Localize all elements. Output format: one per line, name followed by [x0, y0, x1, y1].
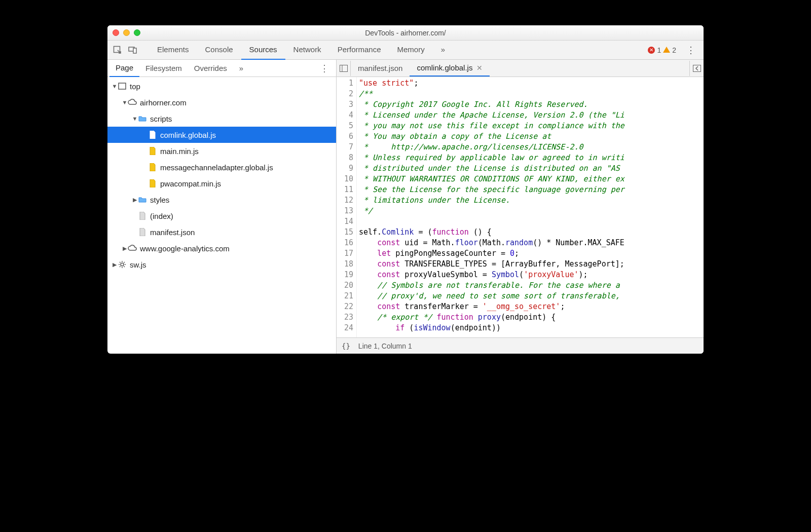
tree-item[interactable]: styles — [107, 192, 336, 208]
tree-item[interactable]: main.min.js — [107, 143, 336, 159]
sidebar-tab-page[interactable]: Page — [109, 59, 139, 77]
titlebar: DevTools - airhorner.com/ — [107, 25, 704, 41]
cloud-icon — [128, 98, 137, 107]
gear-icon — [118, 260, 127, 269]
tree-item[interactable]: manifest.json — [107, 224, 336, 240]
tab-memory[interactable]: Memory — [389, 40, 433, 60]
main-toolbar: ElementsConsoleSourcesNetworkPerformance… — [107, 41, 704, 60]
tree-item-label: manifest.json — [150, 228, 195, 237]
frame-icon — [118, 82, 127, 91]
doc-icon — [138, 211, 147, 220]
warning-count: 2 — [672, 46, 676, 54]
js-yellow-icon — [148, 179, 157, 188]
editor-tab[interactable]: comlink.global.js✕ — [410, 60, 490, 77]
toggle-navigator-icon[interactable] — [337, 61, 351, 76]
tab-performance[interactable]: Performance — [329, 40, 389, 60]
tree-item-label: www.google-analytics.com — [140, 244, 230, 253]
tree-item[interactable]: www.google-analytics.com — [107, 240, 336, 256]
tree-item-label: styles — [150, 196, 169, 204]
editor-tabs: manifest.jsoncomlink.global.js✕ — [337, 60, 704, 77]
sidebar-tab-filesystem[interactable]: Filesystem — [139, 60, 188, 77]
close-tab-icon[interactable]: ✕ — [476, 64, 483, 72]
editor-tab[interactable]: manifest.json — [351, 60, 410, 77]
expand-arrow-icon[interactable] — [112, 261, 118, 268]
code-editor[interactable]: 123456789101112131415161718192021222324 … — [337, 77, 704, 337]
svg-point-4 — [121, 263, 124, 266]
tree-item-label: sw.js — [130, 260, 146, 269]
tree-item-label: comlink.global.js — [160, 131, 216, 139]
expand-arrow-icon[interactable] — [132, 197, 138, 203]
sidebar-tabs-overflow-icon[interactable]: » — [233, 60, 249, 77]
js-file-icon — [148, 130, 157, 139]
pretty-print-button[interactable]: {} — [342, 342, 350, 350]
expand-arrow-icon[interactable] — [122, 99, 128, 105]
js-yellow-icon — [148, 146, 157, 156]
expand-arrow-icon[interactable] — [122, 245, 128, 252]
cursor-position: Line 1, Column 1 — [358, 342, 412, 350]
tree-item[interactable]: scripts — [107, 110, 336, 127]
tree-item-label: main.min.js — [160, 147, 199, 156]
tree-item[interactable]: (index) — [107, 208, 336, 224]
tab-network[interactable]: Network — [285, 40, 329, 60]
sidebar-tab-overrides[interactable]: Overrides — [188, 60, 233, 77]
toggle-debugger-icon[interactable] — [689, 61, 704, 76]
tree-item-label: (index) — [150, 212, 173, 220]
svg-rect-5 — [340, 65, 347, 71]
tree-item-label: airhorner.com — [140, 98, 187, 107]
tab-console[interactable]: Console — [197, 40, 241, 60]
folder-icon — [138, 114, 147, 123]
tree-item-label: messagechanneladapter.global.js — [160, 163, 273, 172]
editor-pane: manifest.jsoncomlink.global.js✕ 12345678… — [337, 60, 704, 354]
tree-item-label: scripts — [150, 115, 172, 123]
tree-item[interactable]: airhorner.com — [107, 94, 336, 110]
editor-tab-label: comlink.global.js — [417, 63, 472, 72]
expand-arrow-icon[interactable] — [112, 83, 118, 89]
window-title: DevTools - airhorner.com/ — [107, 29, 704, 37]
tree-item[interactable]: messagechanneladapter.global.js — [107, 159, 336, 175]
folder-icon — [138, 195, 147, 204]
tabs-overflow-icon[interactable]: » — [433, 40, 453, 60]
tree-item[interactable]: comlink.global.js — [107, 127, 336, 143]
tree-item[interactable]: sw.js — [107, 256, 336, 273]
sidebar-more-icon[interactable]: ⋮ — [315, 63, 334, 74]
tree-item-label: top — [130, 82, 140, 91]
devtools-window: DevTools - airhorner.com/ ElementsConsol… — [107, 25, 704, 354]
error-count: 1 — [657, 46, 661, 54]
cloud-icon — [128, 244, 137, 253]
js-yellow-icon — [148, 163, 157, 172]
tab-sources[interactable]: Sources — [241, 40, 285, 60]
tree-item-label: pwacompat.min.js — [160, 179, 221, 188]
file-tree: topairhorner.comscriptscomlink.global.js… — [107, 77, 336, 354]
warning-icon — [663, 47, 670, 53]
more-menu-icon[interactable]: ⋮ — [682, 45, 699, 56]
svg-rect-2 — [133, 48, 136, 53]
tree-item[interactable]: top — [107, 78, 336, 94]
tab-elements[interactable]: Elements — [149, 40, 197, 60]
sidebar-tabs: PageFilesystemOverrides»⋮ — [107, 60, 336, 77]
issue-counters[interactable]: ✕ 1 2 — [648, 46, 676, 54]
svg-rect-3 — [119, 83, 126, 89]
expand-arrow-icon[interactable] — [132, 116, 138, 122]
doc-icon — [138, 227, 147, 237]
inspect-element-icon[interactable] — [112, 44, 124, 56]
device-toggle-icon[interactable] — [127, 44, 139, 56]
line-gutter: 123456789101112131415161718192021222324 — [337, 77, 357, 337]
svg-rect-7 — [693, 65, 701, 71]
error-icon: ✕ — [648, 47, 655, 54]
editor-statusbar: {} Line 1, Column 1 — [337, 337, 704, 354]
sources-sidebar: PageFilesystemOverrides»⋮ topairhorner.c… — [107, 60, 337, 354]
editor-tab-label: manifest.json — [358, 64, 402, 72]
tree-item[interactable]: pwacompat.min.js — [107, 175, 336, 192]
source-text: "use strict";/** * Copyright 2017 Google… — [357, 77, 704, 337]
